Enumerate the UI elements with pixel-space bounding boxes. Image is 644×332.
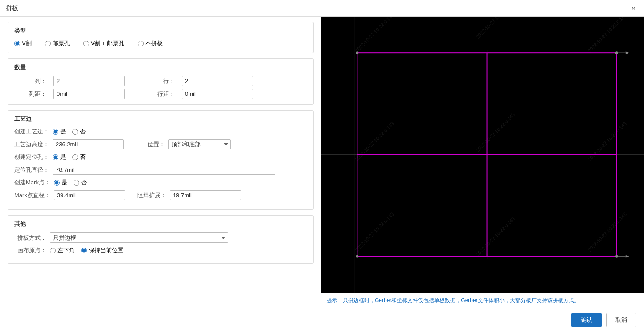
canvas-origin-label: 画布原点： xyxy=(14,246,50,254)
type-section: 类型 V割 邮票孔 V割 + 邮票孔 xyxy=(8,22,314,53)
create-holes-yes-label: 是 xyxy=(60,153,66,161)
craft-height-row: 工艺边高度： 位置： 顶部和底部 仅顶部 仅底部 左右 xyxy=(14,139,307,149)
mark-dia-input[interactable] xyxy=(54,190,125,200)
type-option-stamp[interactable]: 邮票孔 xyxy=(45,39,70,47)
create-mark-yes-label: 是 xyxy=(62,178,67,187)
create-holes-no-label: 否 xyxy=(80,153,86,161)
type-no-panel-label: 不拼板 xyxy=(145,39,163,47)
create-craft-row: 创建工艺边： 是 否 xyxy=(14,128,307,136)
panel-mode-row: 拼板方式： 只拼边框 完整拼板 xyxy=(14,232,307,243)
position-label: 位置： xyxy=(133,141,168,149)
row-input[interactable] xyxy=(182,76,253,86)
col-gap-group: 列距： xyxy=(14,89,125,99)
create-mark-row: 创建Mark点： 是 否 xyxy=(14,178,307,187)
create-mark-radio-group: 是 否 xyxy=(54,178,87,187)
craft-height-input[interactable] xyxy=(53,139,124,149)
hole-dia-row: 定位孔直径： xyxy=(14,165,307,175)
hole-dia-input[interactable] xyxy=(53,165,275,175)
mark-dia-label: Mark点直径： xyxy=(14,191,54,199)
svg-point-15 xyxy=(356,51,358,54)
right-panel: 2022-10-27 10.22.0.143 2022-10-27 10.22.… xyxy=(321,17,644,308)
other-section-title: 其他 xyxy=(14,220,307,228)
create-craft-label: 创建工艺边： xyxy=(14,128,53,136)
dialog-title: 拼板 xyxy=(6,4,18,12)
craft-height-label: 工艺边高度： xyxy=(14,141,53,149)
canvas-area: 2022-10-27 10.22.0.143 2022-10-27 10.22.… xyxy=(321,17,644,293)
create-craft-yes-label: 是 xyxy=(60,128,66,136)
create-holes-label: 创建定位孔： xyxy=(14,153,53,161)
row-gap-group: 行距： xyxy=(143,89,253,99)
quantity-row2: 列距： 行距： xyxy=(14,89,307,99)
left-panel: 类型 V割 邮票孔 V割 + 邮票孔 xyxy=(0,17,321,308)
dialog-body: 类型 V割 邮票孔 V割 + 邮票孔 xyxy=(0,17,644,308)
mark-dia-row: Mark点直径： 阻焊扩展： xyxy=(14,190,307,200)
col-gap-label: 列距： xyxy=(14,90,50,98)
hole-dia-label: 定位孔直径： xyxy=(14,166,53,174)
origin-keep-current-label: 保持当前位置 xyxy=(89,246,123,254)
col-group: 列： xyxy=(14,76,125,86)
canvas-origin-radio-group: 左下角 保持当前位置 xyxy=(50,246,123,254)
origin-bottom-left-label: 左下角 xyxy=(57,246,75,254)
type-stamp-label: 邮票孔 xyxy=(53,39,70,47)
quantity-section-title: 数量 xyxy=(14,63,307,71)
cancel-button[interactable]: 取消 xyxy=(606,313,636,327)
canvas-origin-row: 画布原点： 左下角 保持当前位置 xyxy=(14,246,307,254)
close-button[interactable]: × xyxy=(629,4,638,13)
create-mark-label: 创建Mark点： xyxy=(14,178,54,187)
solder-expand-label: 阻焊扩展： xyxy=(134,191,170,199)
col-input[interactable] xyxy=(53,76,125,86)
create-mark-no[interactable]: 否 xyxy=(74,178,87,187)
solder-expand-input[interactable] xyxy=(170,190,241,200)
origin-bottom-left[interactable]: 左下角 xyxy=(50,246,75,254)
row-gap-label: 行距： xyxy=(143,90,178,98)
create-mark-yes[interactable]: 是 xyxy=(54,178,67,187)
row-group: 行： xyxy=(143,76,253,86)
row-label: 行： xyxy=(143,77,178,85)
type-section-title: 类型 xyxy=(14,27,307,35)
row-gap-input[interactable] xyxy=(182,89,253,99)
type-option-no-panel[interactable]: 不拼板 xyxy=(138,39,163,47)
type-vcut-label: V割 xyxy=(22,39,32,47)
type-radio-row: V割 邮票孔 V割 + 邮票孔 不拼板 xyxy=(14,39,307,47)
origin-keep-current[interactable]: 保持当前位置 xyxy=(81,246,123,254)
create-holes-no[interactable]: 否 xyxy=(72,153,86,161)
create-craft-no-label: 否 xyxy=(80,128,86,136)
other-section: 其他 拼板方式： 只拼边框 完整拼板 画布原点： 左下角 xyxy=(8,215,314,264)
panel-mode-select[interactable]: 只拼边框 完整拼板 xyxy=(50,232,228,243)
craft-section: 工艺边 创建工艺边： 是 否 工艺边高 xyxy=(8,110,314,210)
create-craft-no[interactable]: 否 xyxy=(72,128,86,136)
create-holes-row: 创建定位孔： 是 否 xyxy=(14,153,307,161)
dialog-footer: 确认 取消 xyxy=(0,308,644,332)
create-holes-yes[interactable]: 是 xyxy=(53,153,66,161)
quantity-row1: 列： 行： xyxy=(14,76,307,86)
create-holes-radio-group: 是 否 xyxy=(53,153,86,161)
position-select[interactable]: 顶部和底部 仅顶部 仅底部 左右 xyxy=(168,139,231,149)
title-bar: 拼板 × xyxy=(0,0,644,17)
col-gap-input[interactable] xyxy=(53,89,125,99)
quantity-section: 数量 列： 行： 列距： xyxy=(8,58,314,105)
col-label: 列： xyxy=(14,77,50,85)
create-mark-no-label: 否 xyxy=(81,178,87,187)
create-craft-yes[interactable]: 是 xyxy=(53,128,66,136)
confirm-button[interactable]: 确认 xyxy=(571,313,602,327)
type-option-vcut[interactable]: V割 xyxy=(14,39,32,47)
type-option-vcut-stamp[interactable]: V割 + 邮票孔 xyxy=(83,39,125,47)
dialog-panel: 拼板 × 类型 V割 邮票孔 xyxy=(0,0,644,332)
pcb-preview: 2022-10-27 10.22.0.143 2022-10-27 10.22.… xyxy=(321,17,644,293)
type-vcut-stamp-label: V割 + 邮票孔 xyxy=(91,39,125,47)
hint-text: 提示：只拼边框时，Gerber和坐标文件仅包括单板数据，Gerber文件体积小，… xyxy=(321,293,644,308)
svg-point-17 xyxy=(356,255,358,258)
craft-section-title: 工艺边 xyxy=(14,115,307,123)
panel-mode-label: 拼板方式： xyxy=(14,234,50,242)
create-craft-radio-group: 是 否 xyxy=(53,128,86,136)
